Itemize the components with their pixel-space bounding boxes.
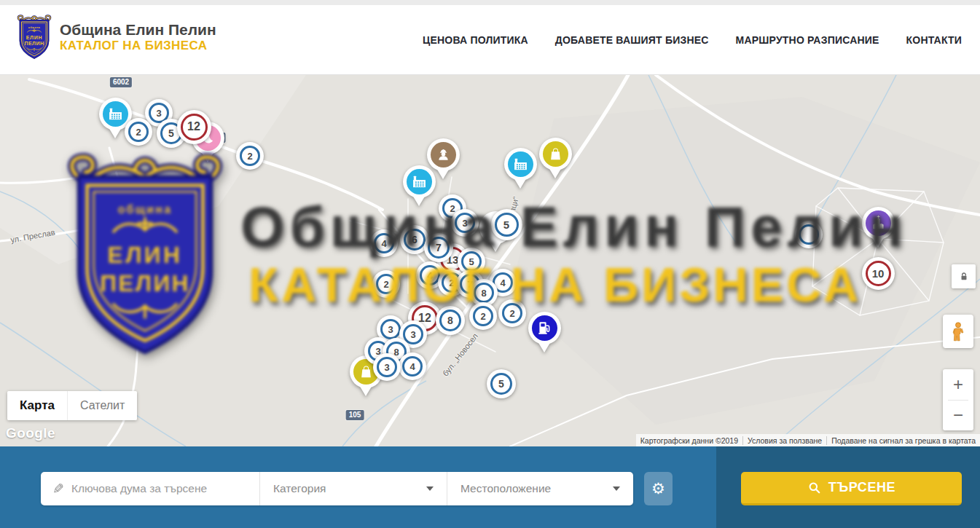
attribution-copyright: Картографски данни ©2019 bbox=[636, 436, 742, 445]
category-value: Категория bbox=[273, 482, 420, 495]
municipality-crest-logo bbox=[16, 15, 52, 60]
cluster-count: 5 bbox=[495, 213, 519, 237]
main-nav: ЦЕНОВА ПОЛИТИКА ДОБАВЕТЕ ВАШИЯТ БИЗНЕС М… bbox=[423, 5, 962, 75]
map-cluster[interactable]: 2 bbox=[125, 118, 152, 146]
map-cluster[interactable]: 8 bbox=[436, 306, 465, 335]
shopping-icon bbox=[547, 146, 564, 162]
header: Община Елин Пелин КАТАЛОГ НА БИЗНЕСА ЦЕН… bbox=[0, 5, 980, 75]
cluster-count bbox=[799, 224, 819, 245]
map-cluster[interactable]: 4 bbox=[399, 352, 426, 380]
map-cluster[interactable]: 3 bbox=[451, 209, 479, 237]
map-cluster[interactable]: 4 bbox=[370, 229, 398, 257]
map-cluster[interactable]: 2 bbox=[469, 302, 497, 330]
cluster-count: 7 bbox=[428, 237, 450, 259]
map-pin-factory[interactable] bbox=[403, 165, 436, 208]
nav-item-transport-schedule[interactable]: МАРШРУТНО РАЗПИСАНИЕ bbox=[736, 34, 879, 46]
advanced-search-gear-button[interactable]: ⚙ bbox=[644, 472, 673, 505]
factory-icon bbox=[411, 173, 428, 190]
chevron-down-icon bbox=[613, 486, 620, 491]
chevron-down-icon bbox=[426, 486, 434, 491]
cluster-count: 2 bbox=[502, 303, 522, 323]
lock-icon bbox=[958, 271, 970, 283]
location-value: Местоположение bbox=[460, 482, 607, 495]
search-icon bbox=[807, 481, 821, 494]
factory-icon bbox=[512, 156, 529, 173]
map-pin-shopping[interactable] bbox=[539, 138, 572, 181]
lock-button[interactable] bbox=[952, 264, 976, 288]
keyword-search-input[interactable] bbox=[71, 482, 249, 495]
search-bar: ✎ Категория Местоположение ⚙ ТЪРСЕНЕ bbox=[0, 446, 980, 528]
nav-item-contacts[interactable]: КОНТАКТИ bbox=[906, 34, 962, 46]
map-cluster[interactable]: 2 bbox=[236, 142, 264, 170]
map-pin-church[interactable] bbox=[862, 207, 895, 250]
nav-item-add-business[interactable]: ДОБАВЕТЕ ВАШИЯТ БИЗНЕС bbox=[555, 34, 709, 46]
cluster-count: 3 bbox=[377, 357, 397, 377]
shopping-icon bbox=[358, 363, 375, 380]
street-view-pegman-button[interactable] bbox=[943, 315, 973, 348]
top-strip bbox=[0, 0, 980, 5]
map-pin-fuel[interactable] bbox=[528, 312, 561, 355]
search-button[interactable]: ТЪРСЕНЕ bbox=[741, 472, 962, 505]
cluster-count: 10 bbox=[866, 261, 891, 286]
cluster-count: 8 bbox=[474, 283, 494, 303]
search-fields: ✎ Категория Местоположение bbox=[41, 472, 633, 505]
map-markers-layer: 32512223513647542274822128333843510 bbox=[0, 75, 980, 446]
cluster-count: 5 bbox=[461, 251, 482, 272]
map-type-satellite-button[interactable]: Сателит bbox=[67, 391, 137, 420]
map-cluster[interactable]: 5 bbox=[487, 369, 516, 398]
zoom-out-button[interactable]: − bbox=[943, 401, 973, 431]
google-logo[interactable]: Google bbox=[6, 425, 55, 441]
cluster-count: 12 bbox=[181, 114, 208, 141]
site-subtitle: КАТАЛОГ НА БИЗНЕСА bbox=[60, 39, 216, 53]
attribution-terms-link[interactable]: Условия за ползване bbox=[742, 436, 826, 445]
map-cluster[interactable]: 3 bbox=[373, 353, 401, 381]
site-logo[interactable]: Община Елин Пелин КАТАЛОГ НА БИЗНЕСА bbox=[16, 15, 216, 60]
map-cluster[interactable]: 10 bbox=[862, 257, 895, 290]
map-pin-factory[interactable] bbox=[504, 148, 537, 191]
map-cluster[interactable]: 2 bbox=[498, 299, 526, 327]
construction-icon bbox=[435, 146, 452, 163]
cluster-count: 2 bbox=[473, 306, 493, 326]
pegman-icon bbox=[949, 320, 968, 342]
search-button-label: ТЪРСЕНЕ bbox=[828, 480, 895, 495]
cluster-count: 3 bbox=[380, 319, 401, 339]
nav-item-pricing[interactable]: ЦЕНОВА ПОЛИТИКА bbox=[423, 34, 528, 46]
cluster-count: 4 bbox=[402, 356, 423, 377]
map-cluster[interactable]: 2 bbox=[372, 270, 400, 298]
category-dropdown[interactable]: Категория bbox=[259, 472, 447, 505]
map-cluster[interactable]: 5 bbox=[491, 209, 522, 240]
fuel-icon bbox=[536, 320, 553, 336]
church-icon bbox=[870, 215, 887, 232]
cluster-count: 3 bbox=[455, 213, 475, 233]
location-dropdown[interactable]: Местоположение bbox=[447, 472, 633, 505]
map-cluster[interactable] bbox=[795, 221, 823, 248]
cluster-count: 2 bbox=[376, 274, 396, 294]
map-cluster[interactable]: 7 bbox=[424, 233, 453, 262]
cluster-count: 2 bbox=[128, 122, 149, 142]
keyword-field: ✎ bbox=[41, 472, 259, 505]
google-map[interactable]: 6002105ул. Преславбул. „Новоселлци“ bbox=[0, 75, 980, 446]
cluster-count: 8 bbox=[439, 310, 461, 331]
cluster-count: 6 bbox=[404, 229, 426, 251]
pencil-icon: ✎ bbox=[52, 481, 64, 497]
zoom-in-button[interactable]: + bbox=[943, 369, 973, 400]
map-type-map-button[interactable]: Карта bbox=[7, 391, 67, 420]
gear-icon: ⚙ bbox=[651, 480, 665, 497]
map-attribution: Картографски данни ©2019 Условия за полз… bbox=[636, 434, 980, 446]
map-type-control: Карта Сателит bbox=[7, 391, 137, 420]
page: Община Елин Пелин КАТАЛОГ НА БИЗНЕСА ЦЕН… bbox=[0, 0, 980, 528]
cluster-count: 2 bbox=[240, 146, 260, 166]
factory-icon bbox=[107, 106, 124, 122]
cluster-count: 4 bbox=[420, 265, 440, 285]
zoom-control: + − bbox=[943, 369, 973, 430]
map-cluster[interactable]: 12 bbox=[177, 110, 211, 144]
cluster-count: 5 bbox=[490, 373, 512, 395]
attribution-report-error-link[interactable]: Подаване на сигнал за грешка в картата bbox=[826, 436, 980, 445]
site-title: Община Елин Пелин bbox=[60, 21, 216, 39]
cluster-count: 4 bbox=[374, 233, 394, 253]
